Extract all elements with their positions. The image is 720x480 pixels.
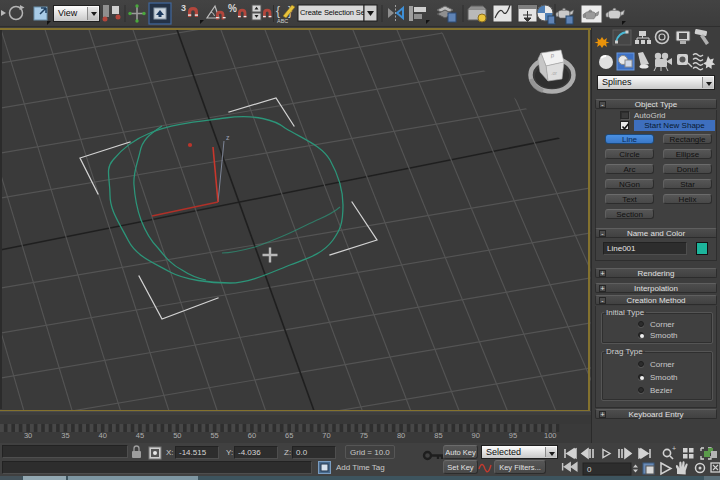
- svg-text:35: 35: [61, 431, 69, 440]
- svg-text:85: 85: [434, 431, 442, 440]
- svg-text:100: 100: [544, 431, 557, 440]
- svg-text:d: d: [550, 53, 554, 59]
- svg-text:ABC: ABC: [277, 18, 288, 24]
- svg-text:95: 95: [509, 431, 517, 440]
- svg-text:50: 50: [173, 431, 181, 440]
- svg-text:40: 40: [99, 431, 107, 440]
- svg-text:Create Selection Se: Create Selection Se: [300, 8, 365, 17]
- svg-text:55: 55: [210, 431, 218, 440]
- svg-text:80: 80: [397, 431, 405, 440]
- svg-text:%: %: [228, 3, 237, 14]
- svg-text:0: 0: [587, 465, 592, 474]
- svg-text:60: 60: [248, 431, 256, 440]
- svg-text:30: 30: [24, 431, 32, 440]
- svg-text:+: +: [672, 445, 676, 452]
- svg-text:90: 90: [472, 431, 480, 440]
- svg-text:75: 75: [360, 431, 368, 440]
- svg-text:45: 45: [136, 431, 144, 440]
- svg-text:{: {: [276, 4, 280, 18]
- svg-text:z: z: [226, 134, 230, 141]
- svg-text:65: 65: [285, 431, 293, 440]
- svg-text:70: 70: [322, 431, 330, 440]
- svg-text:.or: .or: [551, 70, 557, 76]
- svg-text:3: 3: [181, 3, 186, 13]
